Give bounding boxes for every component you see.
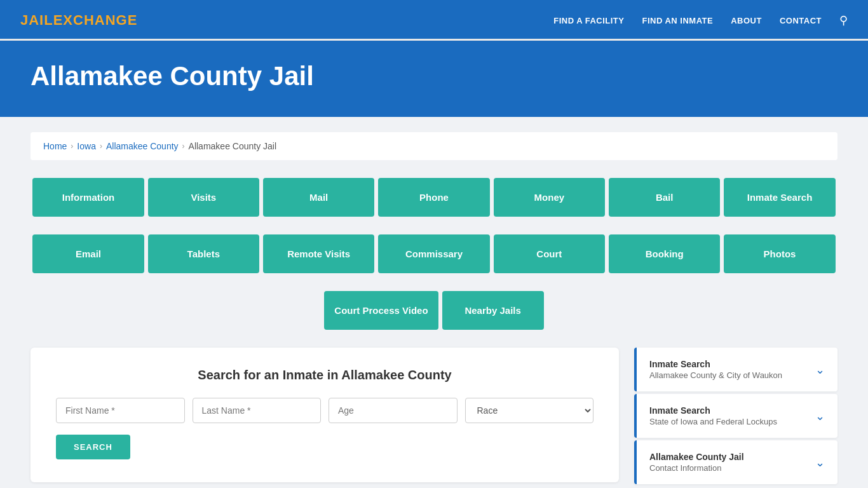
sep-3: › <box>182 142 185 151</box>
first-name-input[interactable] <box>56 398 185 423</box>
button-grid-row2: Email Tablets Remote Visits Commissary C… <box>31 234 837 273</box>
chevron-down-icon-2: ⌄ <box>815 456 825 470</box>
chevron-down-icon-1: ⌄ <box>815 409 825 423</box>
btn-money[interactable]: Money <box>494 178 605 217</box>
btn-nearby-jails[interactable]: Nearby Jails <box>442 291 544 330</box>
search-icon[interactable]: ⚲ <box>839 13 848 27</box>
contact-link[interactable]: CONTACT <box>780 16 822 25</box>
content-layout: Search for an Inmate in Allamakee County… <box>31 348 837 488</box>
race-select[interactable]: Race White Black Hispanic Asian Other <box>465 398 594 423</box>
sidebar-item-0[interactable]: Inmate Search Allamakee County & City of… <box>634 348 837 391</box>
chevron-down-icon-0: ⌄ <box>815 363 825 377</box>
btn-email[interactable]: Email <box>32 234 144 273</box>
hero-section: Allamakee County Jail <box>0 41 868 117</box>
sidebar: Inmate Search Allamakee County & City of… <box>634 348 837 484</box>
btn-mail[interactable]: Mail <box>263 178 374 217</box>
sep-2: › <box>100 142 102 151</box>
breadcrumb-home[interactable]: Home <box>43 141 67 151</box>
sep-1: › <box>71 142 73 151</box>
sidebar-item-2[interactable]: Allamakee County Jail Contact Informatio… <box>634 440 837 484</box>
btn-remote-visits[interactable]: Remote Visits <box>263 234 374 273</box>
sidebar-item-2-title: Allamakee County Jail <box>649 452 744 462</box>
logo-accent: EXCHANGE <box>53 12 138 28</box>
sidebar-item-2-text: Allamakee County Jail Contact Informatio… <box>649 452 744 473</box>
find-facility-link[interactable]: FIND A FACILITY <box>553 16 624 25</box>
sidebar-item-2-sub: Contact Information <box>649 463 744 473</box>
about-link[interactable]: ABOUT <box>731 16 762 25</box>
btn-inmate-search[interactable]: Inmate Search <box>724 178 835 217</box>
logo[interactable]: JAILEXCHANGE <box>20 12 137 29</box>
page-title: Allamakee County Jail <box>31 61 837 92</box>
sidebar-item-0-text: Inmate Search Allamakee County & City of… <box>649 359 782 380</box>
sidebar-item-0-title: Inmate Search <box>649 359 782 369</box>
button-grid-row1: Information Visits Mail Phone Money Bail… <box>31 178 837 217</box>
sidebar-item-1-sub: State of Iowa and Federal Lockups <box>649 417 777 426</box>
last-name-input[interactable] <box>193 398 322 423</box>
btn-tablets[interactable]: Tablets <box>148 234 259 273</box>
logo-main: JAIL <box>20 12 53 28</box>
btn-photos[interactable]: Photos <box>724 234 835 273</box>
btn-phone[interactable]: Phone <box>378 178 489 217</box>
breadcrumb: Home › Iowa › Allamakee County › Allamak… <box>31 132 837 160</box>
age-input[interactable] <box>329 398 458 423</box>
button-grid-row3: Court Process Video Nearby Jails <box>31 291 837 330</box>
breadcrumb-current: Allamakee County Jail <box>189 141 277 151</box>
breadcrumb-iowa[interactable]: Iowa <box>77 141 96 151</box>
btn-commissary[interactable]: Commissary <box>378 234 489 273</box>
main-area: Home › Iowa › Allamakee County › Allamak… <box>0 117 868 488</box>
btn-court-process-video[interactable]: Court Process Video <box>324 291 438 330</box>
search-panel: Search for an Inmate in Allamakee County… <box>31 348 619 482</box>
btn-bail[interactable]: Bail <box>609 178 720 217</box>
sidebar-item-1-text: Inmate Search State of Iowa and Federal … <box>649 405 777 426</box>
breadcrumb-county[interactable]: Allamakee County <box>106 141 179 151</box>
navbar: JAILEXCHANGE FIND A FACILITY FIND AN INM… <box>0 0 868 41</box>
sidebar-item-1[interactable]: Inmate Search State of Iowa and Federal … <box>634 394 837 438</box>
search-button[interactable]: SEARCH <box>56 435 130 459</box>
sidebar-item-0-sub: Allamakee County & City of Waukon <box>649 370 782 380</box>
left-column: Search for an Inmate in Allamakee County… <box>31 348 619 488</box>
btn-court[interactable]: Court <box>494 234 605 273</box>
search-title: Search for an Inmate in Allamakee County <box>56 368 593 383</box>
find-inmate-link[interactable]: FIND AN INMATE <box>642 16 713 25</box>
btn-booking[interactable]: Booking <box>609 234 720 273</box>
nav-links: FIND A FACILITY FIND AN INMATE ABOUT CON… <box>553 13 848 27</box>
search-fields: Race White Black Hispanic Asian Other <box>56 398 593 423</box>
btn-visits[interactable]: Visits <box>148 178 259 217</box>
sidebar-item-1-title: Inmate Search <box>649 405 777 416</box>
btn-information[interactable]: Information <box>32 178 144 217</box>
